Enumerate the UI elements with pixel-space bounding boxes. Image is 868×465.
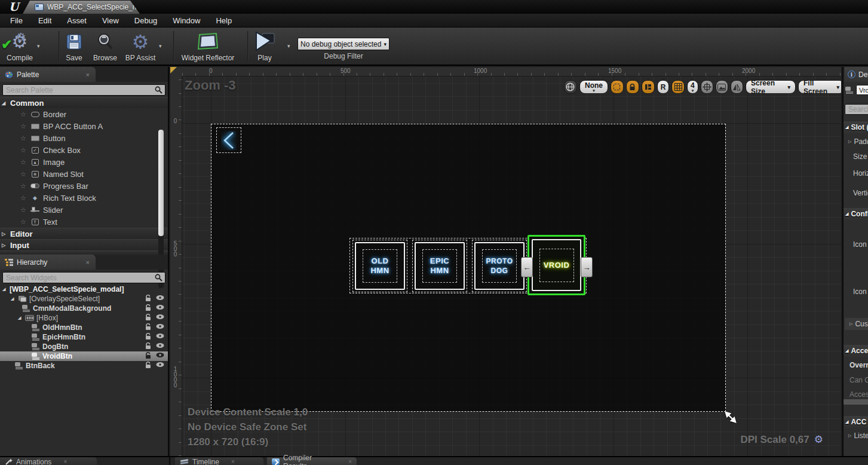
nav-right-arrow-button[interactable]: →: [581, 257, 593, 277]
details-row-liste[interactable]: ▷ Liste: [844, 432, 868, 440]
hierarchy-row-cmnmodalbackground[interactable]: CmnModalBackground: [0, 304, 168, 313]
menu-window[interactable]: Window: [165, 16, 208, 25]
palette-item-image[interactable]: ☆ ▴ Image: [0, 156, 168, 168]
compile-options-caret[interactable]: ▾: [37, 43, 40, 49]
unlocked-icon[interactable]: [145, 362, 152, 369]
details-search[interactable]: Search: [845, 104, 868, 115]
menu-help[interactable]: Help: [208, 16, 240, 25]
browse-button[interactable]: Browse: [91, 30, 119, 62]
hierarchy-row-epichmnbtn[interactable]: EpicHmnBtn: [0, 332, 168, 342]
unlocked-icon[interactable]: [145, 342, 152, 350]
debug-object-dropdown[interactable]: No debug object selected ▾: [297, 38, 389, 50]
nav-left-arrow-button[interactable]: ←: [521, 257, 533, 277]
flip-preview-button[interactable]: [731, 80, 743, 94]
play-options-caret[interactable]: ▾: [287, 43, 290, 49]
close-icon[interactable]: ×: [348, 458, 352, 465]
expanded-icon[interactable]: ◢: [18, 316, 23, 320]
menu-view[interactable]: View: [94, 16, 127, 25]
asset-tab[interactable]: WBP_ACC_SelectSpecie_n ×: [23, 1, 140, 14]
hierarchy-row-vroidbtn[interactable]: VroidBtn: [0, 351, 168, 361]
close-icon[interactable]: ×: [86, 259, 90, 266]
designer-canvas[interactable]: 0 500 1000 1500 2000 0 500 1000 Zoom -3: [170, 67, 841, 456]
details-section-accessibility[interactable]: ◢ Acces: [844, 345, 868, 357]
expanded-icon[interactable]: ◢: [11, 296, 16, 301]
outline-toggle[interactable]: [611, 80, 624, 94]
hierarchy-search-input[interactable]: [6, 273, 151, 283]
design-resize-handle[interactable]: [725, 411, 737, 423]
visibility-eye-icon[interactable]: [156, 314, 164, 320]
unlocked-icon[interactable]: [145, 314, 152, 321]
expanded-icon[interactable]: ◢: [2, 287, 7, 292]
details-section-slot[interactable]: ◢ Slot (: [844, 121, 868, 133]
visibility-eye-icon[interactable]: [156, 342, 164, 348]
rule-origin-button[interactable]: R: [657, 80, 669, 94]
star-icon[interactable]: ☆: [20, 218, 27, 226]
visibility-eye-icon[interactable]: [156, 352, 164, 358]
bp-assist-options-caret[interactable]: ▾: [159, 43, 162, 49]
preview-background-button[interactable]: [716, 80, 728, 94]
preview-none-dropdown[interactable]: None▾: [579, 80, 608, 94]
tab-animations[interactable]: Animations ×: [0, 457, 97, 465]
hierarchy-row-dogbtn[interactable]: DogBtn: [0, 342, 168, 351]
hierarchy-row-btnback[interactable]: BtnBack: [0, 361, 168, 371]
palette-section-editor[interactable]: ▷ Editor: [0, 228, 168, 239]
hierarchy-row-oldhmnbtn[interactable]: OldHmnBtn: [0, 323, 168, 332]
star-icon[interactable]: ☆: [20, 182, 27, 190]
tab-hierarchy[interactable]: Hierarchy ×: [0, 255, 96, 270]
unlocked-icon[interactable]: [145, 323, 152, 331]
palette-item-border[interactable]: ☆ Border: [0, 108, 168, 120]
details-section-config[interactable]: ◢ Config: [844, 208, 868, 220]
screen-size-dropdown[interactable]: Screen Size▾: [746, 80, 796, 94]
details-splitter[interactable]: [844, 399, 868, 405]
design-epichmn-button[interactable]: EPIC HMN: [412, 240, 467, 292]
respect-locks-toggle[interactable]: [642, 80, 655, 94]
menu-asset[interactable]: Asset: [59, 16, 94, 25]
unlocked-icon[interactable]: [145, 352, 152, 359]
palette-section-input[interactable]: ▷ Input: [0, 239, 168, 250]
close-icon[interactable]: ×: [63, 458, 67, 465]
design-btnback-widget[interactable]: [216, 127, 241, 153]
palette-item-check-box[interactable]: ☆ ✓ Check Box: [0, 144, 168, 156]
details-row-cust[interactable]: ▷ Cust: [845, 318, 868, 330]
star-icon[interactable]: ☆: [20, 170, 27, 178]
tab-compiler-results[interactable]: Compiler Results ×: [267, 457, 357, 465]
widget-reflector-button[interactable]: Widget Reflector: [179, 30, 237, 62]
palette-item-bp-acc-button-a[interactable]: ☆ BP ACC Button A: [0, 120, 168, 132]
star-icon[interactable]: ☆: [20, 194, 27, 202]
grid-snap-toggle[interactable]: [671, 80, 685, 94]
menu-file[interactable]: File: [2, 16, 30, 25]
star-icon[interactable]: ☆: [20, 158, 27, 166]
visibility-eye-icon[interactable]: [156, 362, 164, 368]
close-icon[interactable]: ×: [141, 4, 145, 11]
hierarchy-row-overlay[interactable]: ◢ [OverlaySpecieSelect]: [0, 294, 168, 304]
widget-name-field[interactable]: Vro: [856, 85, 868, 95]
tab-timeline[interactable]: Timeline ×: [175, 457, 263, 465]
star-icon[interactable]: ☆: [20, 134, 27, 142]
visibility-eye-icon[interactable]: [156, 304, 164, 310]
star-icon[interactable]: ☆: [20, 206, 27, 214]
tab-palette[interactable]: Palette ×: [0, 67, 96, 82]
palette-section-common[interactable]: ◢ Common: [0, 97, 168, 108]
bp-assist-button[interactable]: ⚙ BP Assist: [123, 30, 158, 62]
palette-item-button[interactable]: ☆ Button: [0, 132, 168, 144]
palette-search[interactable]: [2, 84, 165, 96]
design-oldhmn-button[interactable]: OLD HMN: [352, 240, 407, 292]
palette-item-named-slot[interactable]: ☆ ∗ Named Slot: [0, 168, 168, 180]
design-dog-button[interactable]: PROTO DOG: [472, 240, 527, 292]
unlocked-icon[interactable]: [145, 295, 152, 302]
details-row-padding[interactable]: ▷ Paddin: [844, 137, 868, 146]
close-icon[interactable]: ×: [231, 458, 235, 465]
fill-screen-dropdown[interactable]: Fill Screen▾: [798, 80, 841, 94]
details-section-acc[interactable]: ◢ ACC: [844, 416, 868, 428]
palette-item-rich-text-block[interactable]: ☆ ◆ Rich Text Block: [0, 192, 168, 204]
hierarchy-row-root[interactable]: ◢ [WBP_ACC_SelectSpecie_modal]: [0, 284, 168, 294]
close-icon[interactable]: ×: [86, 71, 90, 78]
hierarchy-row-hbox[interactable]: ◢ [HBox]: [0, 313, 168, 323]
dpi-settings-gear-icon[interactable]: ⚙: [814, 433, 823, 446]
visibility-eye-icon[interactable]: [156, 295, 164, 301]
palette-item-slider[interactable]: ☆ Slider: [0, 204, 168, 216]
hierarchy-search[interactable]: [2, 272, 165, 283]
lock-widgets-toggle[interactable]: [626, 80, 639, 94]
design-vroid-button-selected[interactable]: VROID: [527, 235, 585, 295]
star-icon[interactable]: ☆: [20, 146, 27, 154]
